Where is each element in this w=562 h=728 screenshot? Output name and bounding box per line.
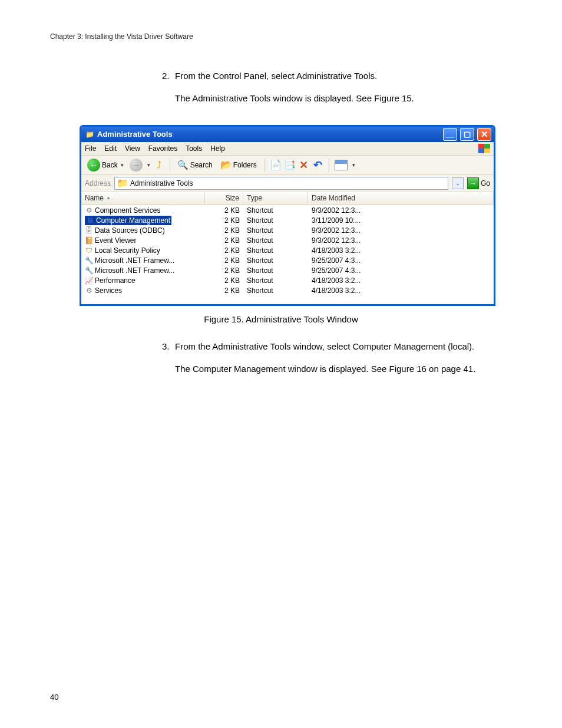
toolbar: ← Back ▾ → ▾ ⤴ 🔍 Search 📂 Folders 📄 📑 ✕ … (81, 156, 494, 175)
file-date: 9/3/2002 12:3... (308, 236, 494, 245)
sort-asc-icon: ▲ (106, 195, 111, 200)
file-name: Data Sources (ODBC) (95, 226, 165, 235)
file-icon: 🛡 (85, 246, 93, 255)
file-type: Shortcut (243, 226, 308, 235)
file-icon: ⚙ (85, 206, 93, 215)
file-name: Computer Management (96, 216, 170, 225)
window-title: Administrative Tools (97, 130, 173, 139)
back-button[interactable]: ← Back ▾ (85, 157, 126, 173)
step-3-text: From the Administrative Tools window, se… (175, 341, 512, 353)
file-size: 2 KB (205, 276, 243, 285)
col-type[interactable]: Type (243, 192, 308, 204)
col-size[interactable]: Size (205, 192, 243, 204)
menu-file[interactable]: File (85, 144, 96, 153)
menu-tools[interactable]: Tools (186, 144, 202, 153)
folder-icon: 📁 (85, 130, 94, 139)
folders-label: Folders (233, 161, 257, 169)
folders-button[interactable]: 📂 Folders (219, 159, 259, 172)
forward-button[interactable]: → (130, 159, 143, 172)
page-number: 40 (50, 693, 58, 701)
file-icon: 🖥 (86, 216, 94, 225)
file-icon: 🗄 (85, 226, 93, 235)
menu-favorites[interactable]: Favorites (148, 144, 177, 153)
delete-button[interactable]: ✕ (299, 160, 309, 170)
file-name: Event Viewer (95, 236, 136, 245)
search-button[interactable]: 🔍 Search (176, 159, 215, 172)
address-bar: Address 📁 Administrative Tools ⌄ → Go (81, 175, 494, 192)
file-type: Shortcut (243, 256, 308, 265)
body-text: 2. From the Control Panel, select Admini… (162, 70, 512, 116)
file-date: 3/11/2009 10:... (308, 216, 494, 225)
file-size: 2 KB (205, 206, 243, 215)
file-name: Component Services (95, 206, 160, 215)
minimize-button[interactable]: __ (443, 128, 457, 141)
file-size: 2 KB (205, 246, 243, 255)
file-date: 9/25/2007 4:3... (308, 256, 494, 265)
file-row[interactable]: 🛡Local Security Policy2 KBShortcut4/18/2… (81, 246, 494, 256)
go-icon: → (467, 177, 479, 189)
file-type: Shortcut (243, 266, 308, 275)
go-label: Go (481, 179, 490, 187)
file-name: Services (95, 286, 122, 295)
file-date: 4/18/2003 3:2... (308, 276, 494, 285)
maximize-button[interactable]: ▢ (460, 128, 474, 141)
file-type: Shortcut (243, 246, 308, 255)
back-arrow-icon: ← (87, 159, 100, 172)
views-dropdown-icon[interactable]: ▾ (352, 162, 355, 168)
file-icon: ⚙ (85, 286, 93, 295)
file-row[interactable]: 🖥Computer Management2 KBShortcut3/11/200… (81, 216, 494, 226)
views-button[interactable] (335, 160, 348, 170)
up-button[interactable]: ⤴ (154, 160, 164, 170)
file-type: Shortcut (243, 276, 308, 285)
file-row[interactable]: ⚙Component Services2 KBShortcut9/3/2002 … (81, 206, 494, 216)
step-3-number: 3. (162, 341, 175, 386)
step-3-sub: The Computer Management window is displa… (175, 363, 512, 375)
file-row[interactable]: ⚙Services2 KBShortcut4/18/2003 3:2... (81, 286, 494, 296)
file-name: Performance (95, 276, 135, 285)
file-row[interactable]: 🔧Microsoft .NET Framew...2 KBShortcut9/2… (81, 266, 494, 276)
file-size: 2 KB (205, 236, 243, 245)
step-2-text: From the Control Panel, select Administr… (175, 70, 512, 82)
address-folder-icon: 📁 (117, 178, 128, 189)
file-list: ⚙Component Services2 KBShortcut9/3/2002 … (81, 205, 494, 304)
undo-button[interactable]: ↶ (313, 160, 323, 170)
copyto-button[interactable]: 📑 (285, 160, 295, 170)
moveto-button[interactable]: 📄 (270, 160, 281, 170)
search-icon: 🔍 (178, 160, 189, 170)
file-row[interactable]: 🔧Microsoft .NET Framew...2 KBShortcut9/2… (81, 256, 494, 266)
menu-edit[interactable]: Edit (104, 144, 117, 153)
col-date[interactable]: Date Modified (308, 192, 494, 204)
file-row[interactable]: 📈Performance2 KBShortcut4/18/2003 3:2... (81, 276, 494, 286)
file-icon: 📔 (85, 236, 93, 245)
figure-caption: Figure 15. Administrative Tools Window (50, 314, 512, 324)
file-type: Shortcut (243, 236, 308, 245)
file-date: 4/18/2003 3:2... (308, 246, 494, 255)
close-button[interactable]: ✕ (477, 128, 491, 141)
address-value: Administrative Tools (130, 179, 193, 187)
step-2-number: 2. (162, 70, 175, 116)
file-name: Microsoft .NET Framew... (95, 266, 174, 275)
back-dropdown-icon[interactable]: ▾ (121, 162, 124, 168)
menu-help[interactable]: Help (210, 144, 225, 153)
titlebar[interactable]: 📁 Administrative Tools __ ▢ ✕ (81, 127, 494, 142)
back-label: Back (102, 161, 118, 169)
file-size: 2 KB (205, 226, 243, 235)
address-field[interactable]: 📁 Administrative Tools (114, 177, 448, 190)
chapter-header: Chapter 3: Installing the Vista Driver S… (50, 32, 512, 41)
search-label: Search (190, 161, 213, 169)
file-size: 2 KB (205, 286, 243, 295)
col-name[interactable]: Name▲ (81, 192, 205, 204)
forward-dropdown-icon[interactable]: ▾ (147, 162, 150, 168)
menu-view[interactable]: View (125, 144, 140, 153)
file-row[interactable]: 📔Event Viewer2 KBShortcut9/3/2002 12:3..… (81, 236, 494, 246)
file-date: 9/25/2007 4:3... (308, 266, 494, 275)
file-size: 2 KB (205, 216, 243, 225)
address-label: Address (85, 179, 111, 187)
windows-flag-icon[interactable] (478, 144, 490, 153)
admin-tools-window: 📁 Administrative Tools __ ▢ ✕ File Edit … (80, 125, 495, 306)
file-row[interactable]: 🗄Data Sources (ODBC)2 KBShortcut9/3/2002… (81, 226, 494, 236)
file-type: Shortcut (243, 216, 308, 225)
file-name: Microsoft .NET Framew... (95, 256, 174, 265)
go-button[interactable]: → Go (467, 177, 490, 189)
address-dropdown[interactable]: ⌄ (452, 177, 464, 189)
